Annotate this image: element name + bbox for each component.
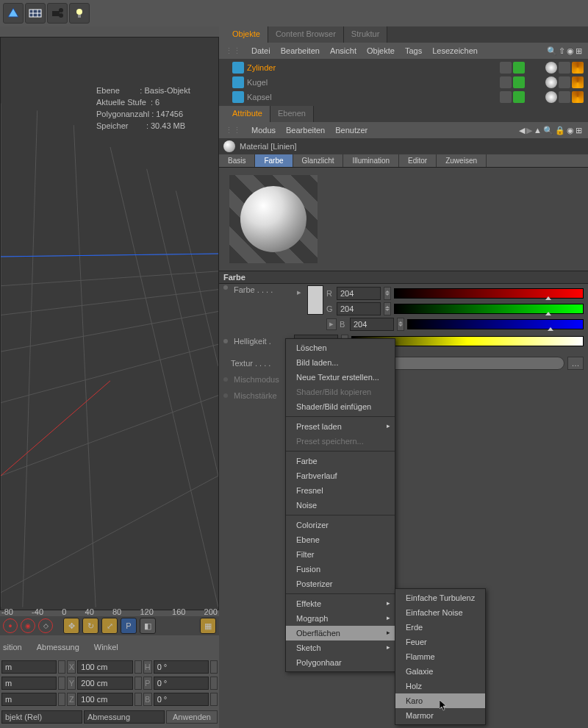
menu-item[interactable]: Effekte [286,596,395,611]
tool-poly-icon[interactable] [3,3,24,24]
menu-item[interactable]: Holz [395,679,485,693]
menu-item[interactable]: Neue Textur erstellen... [286,370,395,385]
material-tag-icon[interactable] [545,76,557,88]
b-value-field[interactable]: 204 [350,318,394,331]
apply-button[interactable]: Anwenden [166,710,218,724]
tex-tag-icon[interactable] [572,91,584,103]
r-slider[interactable] [394,288,584,299]
menu-item[interactable]: Polygonhaar [286,655,395,670]
menu-item[interactable]: Karo [395,693,485,708]
search-icon-2[interactable]: 🔍 [543,126,553,135]
menu-item[interactable]: Oberflächen [286,626,395,640]
coord-system-dropdown[interactable]: bjekt (Rel) [1,710,82,724]
channel-tab-zuweisen[interactable]: Zuweisen [437,154,487,167]
menu-edit2[interactable]: Bearbeiten [286,126,325,135]
object-row[interactable]: Kapsel [219,90,588,104]
size-y-field[interactable]: 200 cm [77,677,132,690]
tab-layers[interactable]: Ebenen [270,106,314,122]
object-row[interactable]: Zylinder [219,60,588,75]
channel-tab-glanzlicht[interactable]: Glanzlicht [293,154,344,167]
rot-h-field[interactable]: 0 ° [154,660,209,674]
menu-objects[interactable]: Objekte [367,46,395,55]
object-name[interactable]: Zylinder [247,63,497,72]
menu-item[interactable]: Marmor [395,708,485,723]
menu-item[interactable]: Shader/Bild einfügen [286,399,395,414]
menu-item[interactable]: Noise [286,498,395,513]
new-icon[interactable]: ◉ [567,126,574,135]
size-z-field[interactable]: 100 cm [77,693,132,706]
g-slider[interactable] [394,304,584,314]
phong-tag-icon[interactable] [559,91,570,103]
lock-icon[interactable]: 🔒 [555,126,565,135]
expand-icon-2[interactable]: ⊞ [576,126,582,135]
menu-item[interactable]: Flamme [395,649,485,664]
menu-item[interactable]: Feuer [395,635,485,649]
texture-context-menu[interactable]: LöschenBild laden...Neue Textur erstelle… [285,338,395,672]
r-spin[interactable] [384,287,391,300]
material-preview[interactable] [229,175,318,263]
menu-item[interactable]: Einfacher Noise [395,605,485,620]
texture-browse-button[interactable]: … [567,357,584,370]
dimension-mode-dropdown[interactable]: Abmessung [84,710,165,724]
object-row[interactable]: Kugel [219,75,588,90]
menu-item[interactable]: Farbe [286,454,395,468]
pla-button[interactable]: ◧ [140,618,156,634]
move-button[interactable]: ✥ [63,618,79,634]
menu-mode[interactable]: Modus [251,126,276,135]
autokey-button[interactable]: ◉ [21,618,35,633]
phong-tag-icon[interactable] [559,76,570,88]
tab-objects[interactable]: Objekte [225,26,268,43]
channel-tab-basis[interactable]: Basis [219,154,255,167]
b-spin[interactable] [397,318,404,331]
channel-tab-editor[interactable]: Editor [399,154,437,167]
material-tag-icon[interactable] [545,91,557,103]
menu-item[interactable]: Mograph [286,611,395,626]
rotate-button[interactable]: ↻ [82,618,98,634]
menu-item[interactable]: Fresnel [286,483,395,498]
b-slider[interactable] [407,319,584,329]
pos-x-field[interactable]: m [1,660,57,674]
film-button[interactable]: ▦ [200,618,216,634]
size-x-field[interactable]: 100 cm [77,660,132,674]
menu-edit[interactable]: Bearbeiten [281,46,320,55]
tab-content-browser[interactable]: Content Browser [268,26,344,43]
menu-item[interactable]: Farbverlauf [286,468,395,483]
menu-user[interactable]: Benutzer [335,126,368,135]
pos-z-field[interactable]: m [1,693,57,706]
channel-tab-farbe[interactable]: Farbe [255,154,293,167]
menu-tags[interactable]: Tags [405,46,422,55]
visibility-tag-icon[interactable] [500,76,512,88]
phong-tag-icon[interactable] [559,62,570,74]
object-name[interactable]: Kugel [247,78,497,87]
surfaces-submenu[interactable]: Einfache TurbulenzEinfacher NoiseErdeFeu… [395,588,486,725]
tool-camera-icon[interactable] [47,3,68,24]
back-icon[interactable]: ◀ [519,126,525,135]
menu-item[interactable]: Einfache Turbulenz [395,590,485,605]
tab-attributes[interactable]: Attribute [225,106,270,122]
material-tag-icon[interactable] [545,62,557,74]
pos-y-field[interactable]: m [1,677,57,690]
channel-tab-illumination[interactable]: Illumination [343,154,399,167]
menu-file[interactable]: Datei [251,46,270,55]
menu-item[interactable]: Colorizer [286,518,395,532]
enable-tag-icon[interactable] [513,62,525,74]
tex-tag-icon[interactable] [572,62,584,74]
menu-item[interactable]: Fusion [286,562,395,577]
menu-item[interactable]: Filter [286,547,395,562]
enable-tag-icon[interactable] [513,76,525,88]
menu-item[interactable]: Galaxie [395,664,485,679]
menu-bookmarks[interactable]: Lesezeichen [432,46,478,55]
color-expand-icon[interactable]: ▸ [294,285,304,299]
object-name[interactable]: Kapsel [247,93,497,101]
param-button[interactable]: P [121,618,137,634]
color-model-toggle[interactable]: ▸ [326,318,337,330]
expand-icon[interactable]: ⊞ [576,46,582,56]
menu-item[interactable]: Preset laden [286,419,395,434]
r-value-field[interactable]: 204 [337,287,381,300]
scale-button[interactable]: ⤢ [101,618,118,634]
visibility-tag-icon[interactable] [500,62,512,74]
keyframe-button[interactable]: ◇ [38,618,53,633]
menu-item[interactable]: Ebene [286,532,395,547]
tab-structure[interactable]: Struktur [344,26,388,43]
visibility-tag-icon[interactable] [500,91,512,103]
